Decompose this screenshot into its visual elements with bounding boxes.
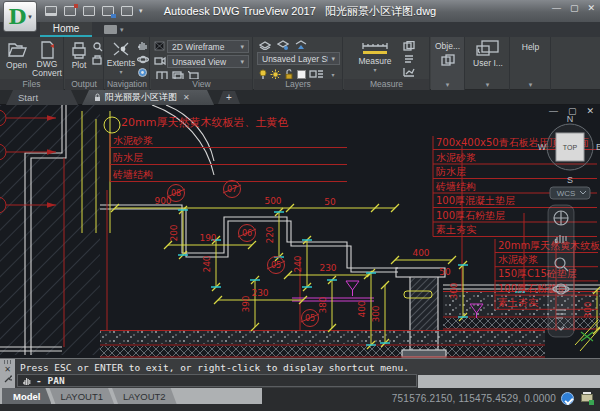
graph-icon[interactable] xyxy=(402,66,416,77)
pan-icon[interactable] xyxy=(136,40,149,51)
steering-wheel-icon[interactable] xyxy=(136,67,149,78)
navigation-bar[interactable] xyxy=(548,205,574,337)
orbit-icon[interactable] xyxy=(136,54,149,65)
page-setup-icon[interactable] xyxy=(101,5,115,17)
sheet-set-icon[interactable] xyxy=(63,5,77,17)
svg-text:300: 300 xyxy=(583,301,593,318)
help-expand-icon[interactable]: ▾ xyxy=(511,80,550,89)
plotter-status-icon[interactable] xyxy=(580,392,594,405)
layer-isolate-icon[interactable] xyxy=(294,39,307,50)
visual-style-icon xyxy=(153,40,166,52)
application-menu-button[interactable]: D▾ xyxy=(3,1,37,32)
dwg-convert-button[interactable]: DWG Convert xyxy=(32,40,62,79)
layer-dropdown-icon[interactable]: ▾ xyxy=(328,70,338,79)
maximize-button[interactable]: ▢ xyxy=(570,3,579,13)
zoom-extents-button[interactable]: Extents ▾ xyxy=(107,40,135,75)
drawing-viewport[interactable]: — ▢ ✕ xyxy=(0,105,600,358)
layer-properties-icon[interactable] xyxy=(258,39,271,50)
svg-text:素土夯实: 素土夯实 xyxy=(498,297,539,308)
tab-active-document[interactable]: 阳光丽景小区详图 ✕ xyxy=(82,90,214,105)
svg-text:100厚石粉垫层: 100厚石粉垫层 xyxy=(436,210,505,221)
panel-view: 2D Wireframe▾ Unsaved View▾ View xyxy=(151,37,253,90)
ribbon-display-toggle[interactable]: ▾ xyxy=(104,24,130,35)
window-title: Autodesk DWG TrueView 2017 阳光丽景小区详图.dwg xyxy=(120,4,480,19)
command-input[interactable]: - PAN xyxy=(17,374,417,387)
layer-color-swatch[interactable] xyxy=(296,69,306,79)
minimize-button[interactable]: — xyxy=(552,3,561,13)
svg-text:300: 300 xyxy=(371,305,381,322)
command-window-frame xyxy=(418,375,600,388)
svg-text:20mm厚天然黄木纹板岩、土黄色: 20mm厚天然黄木纹板岩、土黄色 xyxy=(121,116,288,129)
lock-icon xyxy=(94,93,101,102)
svg-text:200: 200 xyxy=(169,224,179,241)
svg-text:230: 230 xyxy=(319,263,336,273)
help-button[interactable]: Help xyxy=(511,42,550,52)
object-panel-expand-icon[interactable]: ▾ xyxy=(431,80,464,89)
pan-hand-icon xyxy=(22,376,32,386)
svg-text:05: 05 xyxy=(271,261,281,270)
panel-object[interactable]: Obje... ▾ xyxy=(431,37,465,90)
command-message: Press ESC or ENTER to exit, or right-cli… xyxy=(20,362,409,373)
tab-model[interactable]: Model xyxy=(2,388,51,404)
ribbon-toggle-icon xyxy=(104,25,117,34)
svg-text:防水层: 防水层 xyxy=(436,166,466,177)
svg-text:水泥砂浆: 水泥砂浆 xyxy=(436,152,476,163)
panel-measure: Measure ▾ Measure xyxy=(344,37,430,90)
user-interface-button[interactable]: User I... xyxy=(471,40,505,68)
open-button[interactable]: Open xyxy=(3,40,30,70)
visual-style-dropdown[interactable]: 2D Wireframe▾ xyxy=(167,40,249,53)
layer-state-icon[interactable] xyxy=(276,39,289,50)
tab-layout1[interactable]: LAYOUT1 xyxy=(49,388,114,404)
svg-text:06: 06 xyxy=(242,229,252,238)
svg-text:50: 50 xyxy=(324,197,336,207)
named-view-dropdown[interactable]: Unsaved View▾ xyxy=(167,55,249,68)
customize-wrench-icon[interactable] xyxy=(3,375,12,384)
batch-plot-icon[interactable] xyxy=(91,55,103,66)
command-window-handle[interactable]: ✕ xyxy=(0,359,15,388)
status-bar: Model LAYOUT1 LAYOUT2 751576.2150, 11547… xyxy=(0,388,600,411)
window-controls: — ▢ ✕ xyxy=(552,3,595,13)
tab-start[interactable]: Start xyxy=(6,90,78,105)
doc-close-button[interactable]: ✕ xyxy=(586,106,594,116)
panel-label-view: View xyxy=(151,79,252,90)
open-icon[interactable] xyxy=(44,5,58,17)
dwg-trueview-window: ▾ Autodesk DWG TrueView 2017 阳光丽景小区详图.dw… xyxy=(0,0,600,411)
panel-label-navigation: Navigation xyxy=(105,79,149,90)
tab-home[interactable]: Home xyxy=(40,22,92,37)
cad-drawing: 20mm厚天然黄木纹板岩、土黄色水泥砂浆防水层砖墙结构700x400x50青石板… xyxy=(0,105,600,358)
list-icon[interactable] xyxy=(402,53,416,64)
grip-dots[interactable] xyxy=(3,360,12,364)
panel-files: Open DWG Convert Files xyxy=(0,37,64,90)
doc-minimize-button[interactable]: — xyxy=(549,106,558,116)
measure-ruler-icon xyxy=(363,43,387,49)
viewcube[interactable]: TOP N E S W WCS xyxy=(538,114,600,199)
graphics-performance-icon[interactable] xyxy=(561,392,574,405)
object-copy-icon[interactable] xyxy=(440,53,456,67)
preview-icon[interactable] xyxy=(91,41,103,52)
plot-icon[interactable] xyxy=(82,5,96,17)
document-icon xyxy=(42,42,53,58)
tab-layout2[interactable]: LAYOUT2 xyxy=(112,388,177,404)
close-button[interactable]: ✕ xyxy=(587,3,595,13)
svg-text:300: 300 xyxy=(449,282,459,299)
layer-state-dropdown[interactable]: Unsaved Layer State▾ xyxy=(257,52,340,65)
svg-text:水泥砂浆: 水泥砂浆 xyxy=(498,254,538,265)
svg-text:TOP: TOP xyxy=(563,144,578,151)
user-interface-expand-icon[interactable]: ▾ xyxy=(466,80,509,89)
pages-icon[interactable] xyxy=(402,40,416,51)
folder-icon xyxy=(9,44,26,56)
doc-restore-button[interactable]: ▢ xyxy=(568,106,577,116)
command-close-icon[interactable]: ✕ xyxy=(4,365,11,374)
svg-text:05: 05 xyxy=(305,314,315,323)
plot-button[interactable]: Plot xyxy=(67,40,91,70)
svg-text:砖墙结构: 砖墙结构 xyxy=(435,181,476,192)
panel-user-interface: User I... ▾ xyxy=(466,37,510,90)
svg-text:水泥砂浆: 水泥砂浆 xyxy=(113,135,153,146)
tab-close-icon[interactable]: ✕ xyxy=(183,93,190,102)
svg-text:08: 08 xyxy=(171,189,181,198)
coordinates-readout: 751576.2150, 115475.4529, 0.0000 xyxy=(392,393,556,404)
svg-text:素土夯实: 素土夯实 xyxy=(436,224,477,235)
measure-button[interactable]: Measure ▾ xyxy=(356,40,394,73)
svg-text:砖墙结构: 砖墙结构 xyxy=(112,169,153,180)
new-tab-button[interactable]: + xyxy=(218,91,240,104)
